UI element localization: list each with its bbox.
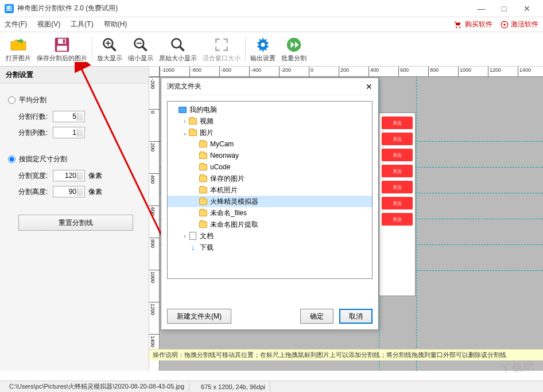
status-path: C:\Users\pc\Pictures\火蜂精灵模拟器\2020-08-20-…: [5, 381, 189, 392]
expand-icon[interactable]: ›: [181, 233, 188, 239]
tree-item[interactable]: 火蜂精灵模拟器: [168, 196, 372, 207]
rows-input[interactable]: 5: [53, 111, 85, 122]
tree-item[interactable]: 未命名图片提取: [168, 219, 372, 230]
badge: 关注: [382, 117, 413, 129]
output-settings-button[interactable]: 输出设置: [248, 33, 278, 65]
tree-item[interactable]: 我的电脑: [168, 104, 372, 115]
folder-icon: [188, 117, 197, 126]
badge: 关注: [382, 181, 413, 193]
folder-open-icon: [9, 36, 28, 54]
zoom-in-button[interactable]: 放大显示: [95, 33, 125, 65]
tree-item-label: 我的电脑: [189, 105, 217, 115]
fit-window-icon: [212, 36, 231, 54]
svg-point-16: [261, 42, 265, 47]
height-input[interactable]: 90: [53, 186, 85, 197]
tree-item-label: Neonway: [210, 152, 239, 160]
folder-icon: [199, 162, 208, 172]
batch-icon: [285, 36, 303, 54]
folder-icon: [199, 174, 208, 183]
zoom-original-button[interactable]: 原始大小显示: [157, 33, 199, 65]
rows-label: 分割行数:: [18, 112, 53, 122]
ok-button[interactable]: 确定: [300, 309, 333, 324]
status-info: 675 x 1200, 24b, 96dpi: [196, 381, 270, 392]
menu-tools[interactable]: 工具(T): [71, 20, 93, 29]
status-bar: C:\Users\pc\Pictures\火蜂精灵模拟器\2020-08-20-…: [0, 381, 543, 392]
key-icon: [501, 21, 509, 29]
tree-item[interactable]: 本机照片: [168, 184, 372, 196]
zoom-out-icon: [131, 36, 150, 54]
svg-rect-5: [57, 46, 67, 51]
gear-icon: [254, 36, 272, 54]
tree-item-label: 未命名图片提取: [210, 220, 258, 230]
menu-help[interactable]: 帮助(H): [104, 20, 127, 29]
folder-icon: [199, 151, 208, 160]
cancel-button[interactable]: 取消: [339, 309, 373, 324]
save-button[interactable]: 保存分割后的图片: [34, 33, 90, 65]
tree-item-label: 视频: [200, 117, 214, 126]
activate-link[interactable]: 激活软件: [501, 20, 538, 29]
dialog-title: 浏览文件夹: [167, 81, 201, 91]
zoom-original-icon: [169, 36, 187, 54]
folder-icon: [199, 220, 208, 229]
tree-item-label: uCode: [210, 163, 230, 171]
tree-item[interactable]: MyCam: [168, 138, 372, 150]
folder-icon: [199, 208, 208, 218]
window-title: 神奇图片分割软件 2.0 (免费试用): [17, 3, 470, 13]
batch-split-button[interactable]: 批量分割: [279, 33, 309, 65]
mode-average-radio[interactable]: 平均分割: [8, 95, 141, 105]
dialog-close-button[interactable]: ✕: [366, 82, 373, 91]
zoom-in-icon: [100, 36, 119, 54]
tree-item[interactable]: ↓下载: [168, 242, 372, 253]
mode-fixed-radio[interactable]: 按固定尺寸分割: [8, 154, 141, 164]
fit-window-button[interactable]: 适合窗口大小: [200, 33, 243, 65]
folder-icon: [188, 128, 197, 137]
download-icon: ↓: [188, 243, 197, 252]
new-folder-button[interactable]: 新建文件夹(M): [167, 309, 231, 324]
tree-item[interactable]: 未命名_files: [168, 207, 372, 219]
tree-item[interactable]: 保存的图片: [168, 173, 372, 184]
badge: 关注: [382, 213, 413, 226]
menu-file[interactable]: 文件(F): [5, 20, 27, 29]
svg-rect-4: [63, 39, 65, 43]
tree-item-label: 文档: [200, 231, 214, 241]
preview-image[interactable]: 关注关注关注关注关注关注关注: [379, 112, 416, 296]
svg-line-7: [112, 47, 116, 51]
ruler-vertical[interactable]: -2000200400600800100012001400: [149, 77, 160, 371]
computer-icon: [178, 105, 187, 114]
width-input[interactable]: 120: [53, 170, 85, 181]
tree-item-label: 本机照片: [210, 185, 238, 195]
height-label: 分割高度:: [18, 187, 53, 197]
close-button[interactable]: ✕: [515, 1, 538, 17]
buy-link[interactable]: 购买软件: [453, 20, 492, 29]
minimize-button[interactable]: —: [470, 1, 492, 17]
tree-item-label: 图片: [200, 128, 214, 138]
svg-line-14: [180, 47, 184, 51]
app-icon: 图: [5, 4, 14, 13]
reset-button[interactable]: 重置分割线: [18, 215, 133, 231]
open-button[interactable]: 打开图片: [3, 33, 33, 65]
badge: 关注: [382, 133, 413, 145]
tree-item[interactable]: ›文档: [168, 230, 372, 242]
tree-item[interactable]: ›视频: [168, 115, 372, 127]
zoom-out-button[interactable]: 缩小显示: [126, 33, 156, 65]
panel-title: 分割设置: [0, 67, 149, 84]
menu-view[interactable]: 视图(V): [37, 20, 60, 29]
folder-tree[interactable]: 我的电脑›视频⌄图片MyCamNeonwayuCode保存的图片本机照片火蜂精灵…: [167, 101, 373, 279]
expand-icon[interactable]: ›: [181, 118, 188, 125]
menubar: 文件(F) 视图(V) 工具(T) 帮助(H) 购买软件 激活软件: [0, 17, 543, 32]
tree-item-label: 下载: [200, 243, 214, 253]
maximize-button[interactable]: □: [492, 1, 515, 17]
tree-item[interactable]: Neonway: [168, 150, 372, 161]
expand-icon[interactable]: ⌄: [181, 130, 188, 136]
svg-point-13: [172, 39, 181, 48]
tree-item[interactable]: ⌄图片: [168, 127, 372, 138]
split-line-v[interactable]: [416, 77, 417, 371]
badge: 关注: [382, 165, 413, 177]
ruler-horizontal[interactable]: -1000-800-600-400-2000200400600800100012…: [160, 67, 543, 77]
help-bar: 操作说明：拖拽分割线可移动其位置；在标尺上拖拽鼠标到图片上可以添加分割线；将分割…: [149, 349, 543, 360]
tree-item[interactable]: uCode: [168, 161, 372, 173]
cols-input[interactable]: 1: [53, 127, 85, 138]
titlebar: 图 神奇图片分割软件 2.0 (免费试用) — □ ✕: [0, 0, 543, 17]
tree-item-label: 火蜂精灵模拟器: [210, 197, 258, 207]
save-icon: [53, 36, 71, 54]
